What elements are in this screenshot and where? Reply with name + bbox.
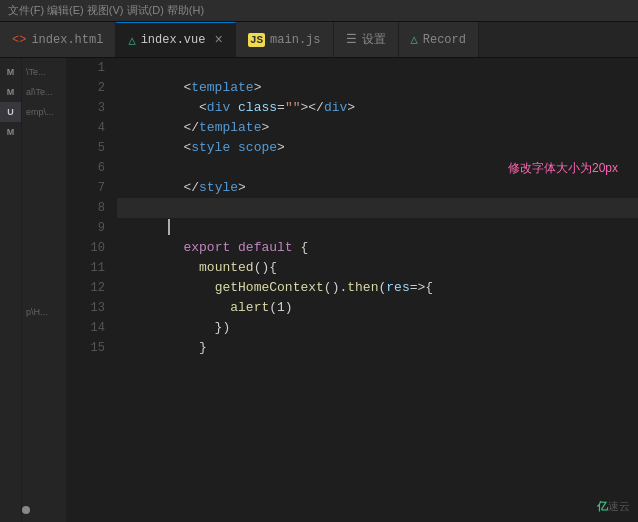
code-line-8 (117, 198, 638, 218)
bottom-dot-indicator (22, 506, 30, 514)
file-path-4 (22, 142, 66, 162)
tab-label: index.html (31, 33, 103, 47)
line-number-3: 3 (67, 98, 105, 118)
top-menubar: 文件(F) 编辑(E) 视图(V) 调试(D) 帮助(H) (0, 0, 638, 22)
line-number-9: 9 (67, 218, 105, 238)
code-line-13: }) (117, 298, 638, 318)
line-number-12: 12 (67, 278, 105, 298)
line-number-7: 7 (67, 178, 105, 198)
settings-icon: ☰ (346, 32, 357, 47)
line-number-1: 1 (67, 58, 105, 78)
html-icon: <> (12, 33, 26, 47)
code-line-12: alert(1) (117, 278, 638, 298)
line-number-11: 11 (67, 258, 105, 278)
file-path-8 (22, 222, 66, 242)
sidebar-item-3[interactable]: M (0, 122, 21, 142)
vue-icon: △ (128, 33, 135, 48)
record-icon: △ (411, 32, 418, 47)
line-number-4: 4 (67, 118, 105, 138)
code-line-5 (117, 138, 638, 158)
sidebar-item-1[interactable]: M (0, 82, 21, 102)
code-line-14: } (117, 318, 638, 338)
line-number-14: 14 (67, 318, 105, 338)
tab-label: 设置 (362, 31, 386, 48)
file-path-5 (22, 162, 66, 182)
js-icon: JS (248, 33, 265, 47)
line-number-6: 6 (67, 158, 105, 178)
file-path-6 (22, 182, 66, 202)
menubar-text: 文件(F) 编辑(E) 视图(V) 调试(D) 帮助(H) (8, 3, 204, 18)
code-line-11: getHomeContext().then(res=>{ (117, 258, 638, 278)
file-path-3 (22, 122, 66, 142)
tab-record[interactable]: △ Record (399, 22, 479, 57)
file-path-2: emp\... (22, 102, 66, 122)
tab-settings[interactable]: ☰ 设置 (334, 22, 399, 57)
editor-area: M M U M \Te... al\Te... emp\... p\H... 1… (0, 58, 638, 522)
file-path-10 (22, 262, 66, 282)
watermark: 亿速云 (597, 499, 630, 514)
file-path-7 (22, 202, 66, 222)
tab-bar: <> index.html △ index.vue × JS main.js ☰… (0, 22, 638, 58)
file-path-9 (22, 242, 66, 262)
tab-label: index.vue (141, 33, 206, 47)
watermark-text: 速云 (608, 500, 630, 512)
sidebar-item-0[interactable]: M (0, 62, 21, 82)
line-numbers: 1 2 3 4 5 6 7 8 9 10 11 12 13 14 15 (67, 58, 117, 522)
tab-close-button[interactable]: × (214, 32, 222, 48)
tab-main-js[interactable]: JS main.js (236, 22, 334, 57)
file-path-1: al\Te... (22, 82, 66, 102)
sidebar-item-2[interactable]: U (0, 102, 21, 122)
line-number-8: 8 (67, 198, 105, 218)
code-line-2: <div class=""></div> (117, 78, 638, 98)
tab-label: main.js (270, 33, 320, 47)
file-path-12: p\H... (22, 302, 66, 322)
code-line-4: <style scope> (117, 118, 638, 138)
file-path-11 (22, 282, 66, 302)
file-path-sidebar: \Te... al\Te... emp\... p\H... (22, 58, 67, 522)
tab-label: Record (423, 33, 466, 47)
line-number-13: 13 (67, 298, 105, 318)
file-path-0: \Te... (22, 62, 66, 82)
tab-index-vue[interactable]: △ index.vue × (116, 22, 235, 57)
code-line-15 (117, 338, 638, 358)
code-editor[interactable]: <template> <div class=""></div> </templa… (117, 58, 638, 522)
line-number-5: 5 (67, 138, 105, 158)
code-line-9: export default { (117, 218, 638, 238)
code-line-6: </style> 修改字体大小为20px (117, 158, 638, 178)
annotation-text: 修改字体大小为20px (508, 158, 618, 178)
tab-index-html[interactable]: <> index.html (0, 22, 116, 57)
code-line-3: </template> (117, 98, 638, 118)
line-number-15: 15 (67, 338, 105, 358)
watermark-logo: 亿 (597, 500, 608, 512)
sidebar: M M U M (0, 58, 22, 522)
code-line-1: <template> (117, 58, 638, 78)
line-number-2: 2 (67, 78, 105, 98)
code-line-10: mounted(){ (117, 238, 638, 258)
code-line-7: <script> (117, 178, 638, 198)
line-number-10: 10 (67, 238, 105, 258)
